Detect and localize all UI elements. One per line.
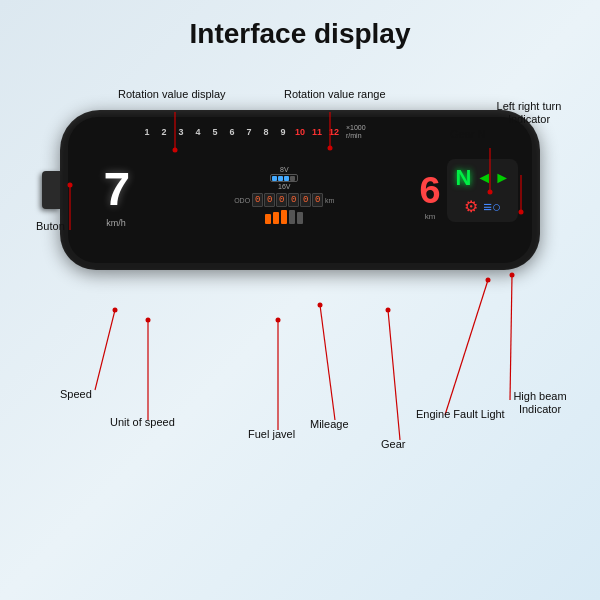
buton-label: Buton <box>36 220 65 233</box>
svg-point-17 <box>318 303 323 308</box>
gear-n-label: Gear N <box>450 128 485 141</box>
speed-label: Speed <box>60 388 92 401</box>
svg-point-21 <box>486 278 491 283</box>
unit-speed-label: Unit of speed <box>110 416 175 429</box>
svg-point-13 <box>146 318 151 323</box>
svg-point-5 <box>328 146 333 151</box>
rotation-value-label: Rotation value display <box>118 88 226 101</box>
svg-point-11 <box>113 308 118 313</box>
svg-point-1 <box>68 183 73 188</box>
svg-point-15 <box>276 318 281 323</box>
mileage-label: Mileage <box>310 418 349 431</box>
fuel-label: Fuel javel <box>248 428 295 441</box>
gear-label: Gear <box>381 438 405 451</box>
svg-line-10 <box>95 310 115 390</box>
svg-point-3 <box>173 148 178 153</box>
svg-line-18 <box>388 310 400 440</box>
svg-line-20 <box>445 280 488 415</box>
svg-line-22 <box>510 275 512 400</box>
svg-point-19 <box>386 308 391 313</box>
svg-point-7 <box>519 210 524 215</box>
svg-line-16 <box>320 305 335 420</box>
turn-indicator-label: Left right turnIndicator <box>464 100 594 126</box>
svg-point-9 <box>488 190 493 195</box>
high-beam-label: High beamIndicator <box>490 390 590 416</box>
svg-point-23 <box>510 273 515 278</box>
rotation-range-label: Rotation value range <box>284 88 386 101</box>
